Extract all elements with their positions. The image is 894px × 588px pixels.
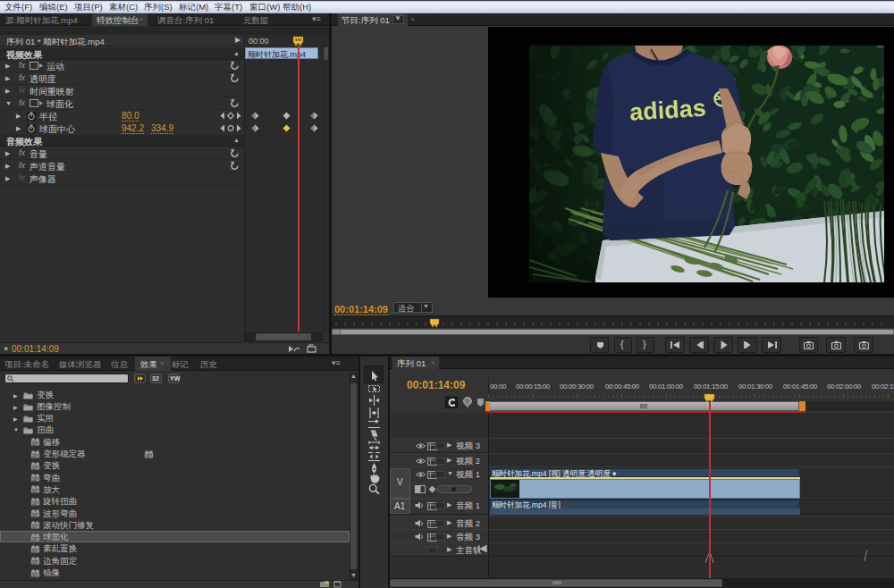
svg-text:?: ? (465, 399, 468, 405)
